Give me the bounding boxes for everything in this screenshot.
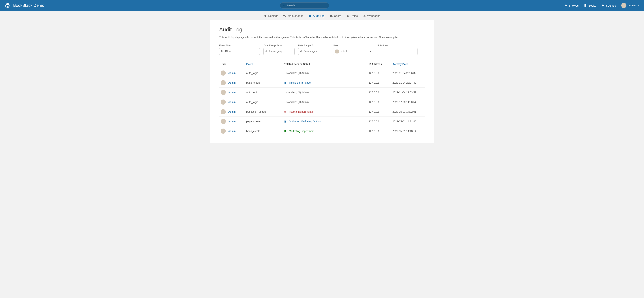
user-cell: Admin [221, 109, 243, 114]
user-link[interactable]: Admin [228, 110, 236, 113]
filter-user-label: User [333, 44, 373, 47]
item-cell: standard; (1) Admin [282, 68, 367, 78]
filter-user-value: Admin [341, 50, 348, 53]
item-link[interactable]: Internal Departments [289, 110, 313, 113]
filter-date-from-label: Date Range From [264, 44, 294, 47]
user-link[interactable]: Admin [228, 81, 236, 84]
subnav-users-label: Users [334, 14, 341, 17]
table-row: Adminbookshelf_updateInternal Department… [219, 107, 425, 117]
item-cell: standard; (1) Admin [282, 97, 367, 107]
item-detail-text: standard; (1) Admin [284, 101, 309, 104]
filters-row: Event Filter No Filter Date Range From D… [219, 44, 425, 55]
user-cell: Admin [221, 90, 243, 95]
page-title: Audit Log [219, 26, 425, 33]
th-date[interactable]: Activity Date [391, 60, 425, 68]
bookstack-logo-icon [4, 2, 11, 9]
filter-date-from-input[interactable] [264, 48, 294, 55]
subnav-maintenance[interactable]: Maintenance [283, 14, 303, 17]
subnav-audit-log-label: Audit Log [313, 14, 324, 17]
item-link[interactable]: Outbound Marketing Options [289, 120, 322, 123]
gear-icon [264, 14, 267, 17]
ip-cell: 127.0.0.1 [367, 88, 391, 97]
search-box[interactable] [280, 2, 329, 8]
table-row: Adminauth_loginstandard; (1) Admin127.0.… [219, 88, 425, 97]
event-cell: bookshelf_update [245, 107, 282, 117]
nav-shelves-label: Shelves [569, 4, 578, 7]
user-link[interactable]: Admin [228, 72, 236, 74]
date-cell: 2022-07-28 14:00:54 [391, 97, 425, 107]
audit-table: User Event Related Item or Detail IP Add… [219, 60, 425, 136]
ip-cell: 127.0.0.1 [367, 126, 391, 136]
subnav-users[interactable]: Users [330, 14, 341, 17]
user-cell: Admin [221, 80, 243, 85]
filter-ip-label: IP Address [377, 44, 418, 47]
subnav-settings[interactable]: Settings [264, 14, 278, 17]
item-detail-text: standard; (1) Admin [284, 72, 309, 74]
nav-books[interactable]: Books [584, 4, 596, 7]
subnav-audit-log[interactable]: Audit Log [308, 14, 324, 17]
th-event[interactable]: Event [245, 60, 282, 68]
user-avatar [221, 80, 226, 85]
user-avatar [221, 119, 226, 124]
nav-shelves[interactable]: Shelves [564, 4, 578, 7]
subnav-webhooks[interactable]: Webhooks [363, 14, 380, 17]
table-row: Adminpage_createThis is a draft page127.… [219, 78, 425, 88]
page-icon [284, 82, 286, 84]
th-user: User [219, 60, 245, 68]
table-row: Adminbook_createMarketing Depertment127.… [219, 126, 425, 136]
wrench-icon [283, 14, 286, 17]
table-header-row: User Event Related Item or Detail IP Add… [219, 60, 425, 68]
user-avatar [221, 90, 226, 95]
table-row: Adminauth_loginstandard; (1) Admin127.0.… [219, 97, 425, 107]
user-menu[interactable]: Admin [621, 3, 640, 8]
filter-user: User Admin [333, 44, 373, 55]
item-cell: Marketing Depertment [282, 126, 367, 136]
date-cell: 2022-11-04 22:03:57 [391, 88, 425, 97]
books-icon [584, 4, 587, 7]
user-avatar [221, 100, 226, 105]
user-avatar [221, 129, 226, 134]
subnav-settings-label: Settings [268, 14, 278, 17]
subnav-maintenance-label: Maintenance [288, 14, 303, 17]
webhook-icon [363, 14, 366, 17]
gear-icon [602, 4, 604, 7]
filter-event-value: No Filter [221, 50, 231, 53]
item-link-wrapper: This is a draft page [284, 81, 366, 84]
item-link-wrapper: Marketing Depertment [284, 130, 366, 133]
filter-date-to-input[interactable] [298, 48, 329, 55]
user-link[interactable]: Admin [228, 91, 236, 94]
th-ip: IP Address [367, 60, 391, 68]
item-link[interactable]: This is a draft page [289, 81, 311, 84]
filter-date-to: Date Range To [298, 44, 329, 55]
user-cell: Admin [221, 129, 243, 134]
item-cell: standard; (1) Admin [282, 88, 367, 97]
ip-cell: 127.0.0.1 [367, 107, 391, 117]
subnav-roles[interactable]: Roles [346, 14, 358, 17]
event-cell: page_create [245, 117, 282, 126]
brand[interactable]: BookStack Demo [4, 2, 44, 9]
filter-date-from: Date Range From [264, 44, 294, 55]
item-link-wrapper: Outbound Marketing Options [284, 120, 366, 123]
chevron-down-icon [370, 51, 371, 52]
user-link[interactable]: Admin [228, 101, 236, 104]
lock-icon [346, 14, 349, 17]
user-cell: Admin [221, 100, 243, 105]
filter-event-label: Event Filter [219, 44, 260, 47]
filter-user-select[interactable]: Admin [333, 48, 373, 55]
brand-text: BookStack Demo [13, 3, 44, 8]
filter-date-to-label: Date Range To [298, 44, 329, 47]
filter-event-select[interactable]: No Filter [219, 48, 260, 55]
search-input[interactable] [287, 4, 326, 7]
filter-ip-input[interactable] [377, 48, 418, 55]
event-cell: page_create [245, 78, 282, 88]
user-link[interactable]: Admin [228, 120, 236, 123]
users-icon [330, 14, 332, 17]
shelves-icon [564, 4, 567, 7]
th-item: Related Item or Detail [282, 60, 367, 68]
item-link[interactable]: Marketing Depertment [289, 130, 314, 133]
user-name: Admin [628, 4, 636, 7]
nav-settings[interactable]: Settings [602, 4, 616, 7]
date-cell: 2022-05-01 14:21:40 [391, 117, 425, 126]
user-avatar-small [335, 49, 339, 53]
user-link[interactable]: Admin [228, 130, 236, 133]
